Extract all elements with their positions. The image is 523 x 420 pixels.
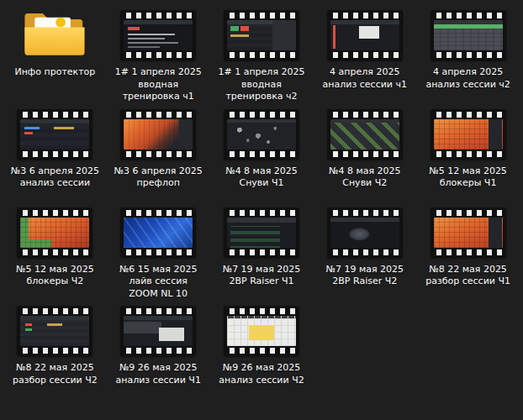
film-sprockets-bottom <box>227 249 296 255</box>
film-sprockets-bottom <box>124 151 193 157</box>
item-label: №8 22 мая 2025 разбор сессии Ч1 <box>424 264 513 288</box>
video-thumbnail <box>434 119 503 150</box>
item-label: 1# 1 апреля 2025 вводная тренировка ч2 <box>217 66 306 103</box>
file-item[interactable]: 4 апреля 2025 анализ сессии ч2 <box>416 8 520 103</box>
film-sprockets-bottom <box>20 249 89 255</box>
video-thumbnail <box>20 119 89 150</box>
film-sprockets-bottom <box>330 52 399 58</box>
item-icon-area <box>120 8 196 62</box>
item-icon-area <box>431 206 506 260</box>
video-thumbnail <box>124 218 193 248</box>
video-thumbnail <box>330 119 399 150</box>
item-icon-area <box>224 108 299 161</box>
film-sprockets-bottom <box>227 348 296 354</box>
film-strip-icon <box>224 207 299 258</box>
item-icon-area <box>431 108 506 161</box>
file-item[interactable]: №5 12 мая 2025 блокеры Ч2 <box>3 206 107 301</box>
item-label: №4 8 мая 2025 Снуви Ч2 <box>320 165 409 190</box>
film-sprockets-top <box>434 210 503 216</box>
item-label: №7 19 мая 2025 2BP Raiser Ч1 <box>217 264 306 288</box>
film-strip-icon <box>17 306 92 356</box>
film-sprockets-bottom <box>20 151 89 157</box>
video-thumbnail <box>124 20 193 50</box>
file-item[interactable]: №9 26 мая 2025 анализ сессии Ч2 <box>210 304 314 398</box>
film-strip-icon <box>224 109 299 160</box>
video-thumbnail <box>124 316 193 346</box>
item-icon-area <box>327 8 403 62</box>
item-icon-area <box>120 206 196 260</box>
file-item[interactable]: №3 6 апреля 2025 анализ сессии <box>3 108 107 202</box>
item-label: 4 апреля 2025 анализ сессии ч2 <box>424 66 513 91</box>
item-icon-area <box>120 304 196 358</box>
item-icon-area <box>224 8 299 62</box>
film-strip-icon <box>224 10 299 60</box>
item-label: №9 26 мая 2025 анализ сессии Ч2 <box>217 362 306 386</box>
film-sprockets-top <box>330 13 399 18</box>
file-item[interactable]: №8 22 мая 2025 разбор сессии Ч1 <box>416 206 520 301</box>
item-icon-area <box>224 304 299 358</box>
film-strip-icon <box>327 207 403 258</box>
file-item[interactable]: 1# 1 апреля 2025 вводная тренировка ч2 <box>210 8 314 103</box>
file-item[interactable]: №9 26 мая 2025 анализ сессии Ч1 <box>107 304 210 398</box>
video-thumbnail <box>227 20 296 50</box>
film-sprockets-bottom <box>227 52 296 58</box>
file-item[interactable]: №7 19 мая 2025 2BP Raiser Ч1 <box>210 206 314 301</box>
film-sprockets-top <box>124 112 193 118</box>
item-icon-area <box>17 304 92 358</box>
film-sprockets-top <box>227 308 296 314</box>
item-label: №7 19 мая 2025 2BP Raiser Ч2 <box>320 264 409 288</box>
film-sprockets-bottom <box>124 348 193 354</box>
file-item[interactable]: 4 апреля 2025 анализ сессии ч1 <box>313 8 416 103</box>
item-label: №8 22 мая 2025 разбор сессии Ч2 <box>10 362 99 386</box>
film-strip-icon <box>431 207 506 258</box>
file-grid: Инфо протектор 1# 1 апреля 2025 вводная … <box>0 0 523 398</box>
film-sprockets-top <box>124 308 193 314</box>
film-strip-icon <box>431 10 506 60</box>
file-item[interactable]: №3 6 апреля 2025 префлоп <box>107 108 210 202</box>
item-icon-area <box>120 108 196 161</box>
video-thumbnail <box>20 218 89 248</box>
video-thumbnail <box>330 20 399 50</box>
film-sprockets-top <box>330 210 399 216</box>
film-strip-icon <box>224 306 299 356</box>
item-icon-area <box>17 206 92 260</box>
film-strip-icon <box>17 207 92 258</box>
folder-icon <box>20 8 89 62</box>
film-sprockets-top <box>227 210 296 216</box>
film-strip-icon <box>327 109 403 160</box>
film-sprockets-bottom <box>330 151 399 157</box>
film-sprockets-top <box>124 13 193 18</box>
film-sprockets-bottom <box>434 151 503 157</box>
file-item[interactable]: №5 12 мая 2025 блокеры Ч1 <box>416 108 520 202</box>
film-sprockets-bottom <box>434 52 503 58</box>
item-icon-area <box>431 8 506 62</box>
item-label: 1# 1 апреля 2025 вводная тренировка ч1 <box>114 66 203 103</box>
item-icon-area <box>224 206 299 260</box>
film-sprockets-bottom <box>227 151 296 157</box>
item-icon-area <box>327 206 403 260</box>
file-item[interactable]: №7 19 мая 2025 2BP Raiser Ч2 <box>313 206 416 301</box>
file-item[interactable]: №4 8 мая 2025 Снуви Ч2 <box>313 108 416 202</box>
file-item[interactable]: Инфо протектор <box>3 8 107 103</box>
film-sprockets-top <box>227 13 296 18</box>
file-item[interactable]: 1# 1 апреля 2025 вводная тренировка ч1 <box>107 8 210 103</box>
film-strip-icon <box>431 109 506 160</box>
film-sprockets-bottom <box>124 249 193 255</box>
item-label: №4 8 мая 2025 Снуви Ч1 <box>217 165 306 190</box>
file-item[interactable]: №4 8 мая 2025 Снуви Ч1 <box>210 108 314 202</box>
video-thumbnail <box>124 119 193 150</box>
item-label: Инфо протектор <box>14 66 95 79</box>
item-label: №3 6 апреля 2025 анализ сессии <box>10 165 99 190</box>
film-sprockets-top <box>434 112 503 118</box>
file-item[interactable]: №8 22 мая 2025 разбор сессии Ч2 <box>3 304 107 398</box>
film-sprockets-top <box>20 308 89 314</box>
item-label: №5 12 мая 2025 блокеры Ч2 <box>10 264 99 288</box>
film-sprockets-bottom <box>20 348 89 354</box>
file-item[interactable]: №6 15 мая 2025 лайв сессия ZOOM NL 10 <box>107 206 210 301</box>
item-icon-area <box>20 8 89 62</box>
video-thumbnail <box>434 218 503 248</box>
item-label: №5 12 мая 2025 блокеры Ч1 <box>424 165 513 190</box>
film-sprockets-bottom <box>124 52 193 58</box>
film-strip-icon <box>327 10 403 60</box>
item-icon-area <box>327 108 403 161</box>
